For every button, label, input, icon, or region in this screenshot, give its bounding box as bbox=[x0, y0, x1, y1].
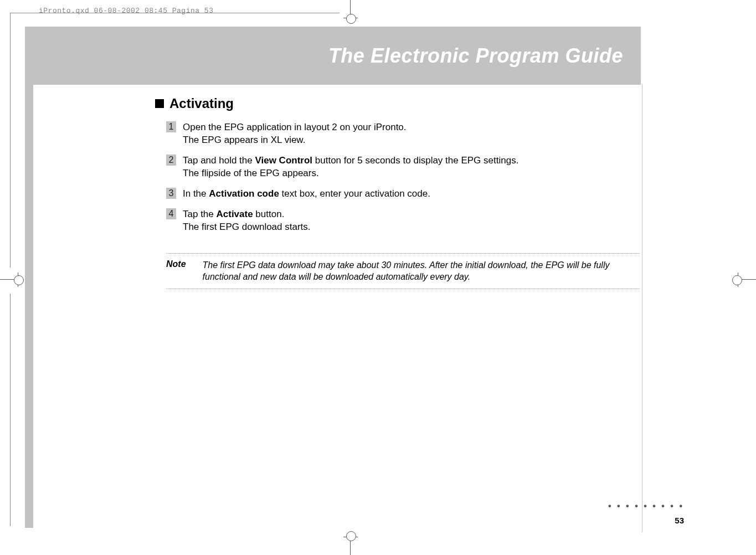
step-number: 1 bbox=[166, 121, 176, 132]
page-frame: The Electronic Program Guide Activating … bbox=[25, 27, 640, 528]
page-number-block: • • • • • • • • • 53 bbox=[608, 501, 684, 525]
step-4: 4 Tap the Activate button. The first EPG… bbox=[166, 208, 640, 234]
chapter-title-banner: The Electronic Program Guide bbox=[25, 27, 641, 85]
right-vertical-divider bbox=[642, 84, 642, 532]
page-dots-icon: • • • • • • • • • bbox=[608, 501, 684, 511]
note-label: Note bbox=[166, 259, 186, 283]
section-heading-row: Activating bbox=[155, 96, 640, 111]
page-number: 53 bbox=[608, 516, 684, 525]
step-text-suffix: button. bbox=[253, 209, 285, 219]
step-text-prefix: In the bbox=[183, 188, 209, 199]
crop-mark-left bbox=[0, 273, 21, 287]
print-jobline: iPronto.qxd 06-08-2002 08:45 Pagina 53 bbox=[39, 7, 213, 15]
step-result: The first EPG download starts. bbox=[183, 221, 311, 234]
step-number: 4 bbox=[166, 208, 176, 219]
step-result: The EPG appears in XL view. bbox=[183, 134, 407, 147]
step-1: 1 Open the EPG application in layout 2 o… bbox=[166, 121, 640, 147]
trim-line-left-lower bbox=[10, 294, 11, 526]
grey-sidebar bbox=[25, 27, 33, 528]
trim-line-left-upper bbox=[10, 13, 11, 268]
step-result: The flipside of the EPG appears. bbox=[183, 167, 518, 180]
step-body: Tap and hold the View Control button for… bbox=[183, 155, 518, 180]
crop-mark-top bbox=[343, 0, 358, 21]
crop-mark-right bbox=[735, 273, 756, 287]
step-text-prefix: Tap the bbox=[183, 209, 217, 219]
step-3: 3 In the Activation code text box, enter… bbox=[166, 188, 640, 201]
step-text-prefix: Tap and hold the bbox=[183, 155, 255, 166]
step-text-suffix: text box, enter your activation code. bbox=[279, 188, 430, 199]
step-number: 3 bbox=[166, 188, 176, 199]
trim-line-top bbox=[10, 13, 340, 13]
section-heading: Activating bbox=[169, 96, 234, 111]
step-bold-term: Activation code bbox=[209, 188, 279, 199]
step-text-suffix: button for 5 seconds to display the EPG … bbox=[312, 155, 518, 166]
step-number: 2 bbox=[166, 155, 176, 166]
step-body: Open the EPG application in layout 2 on … bbox=[183, 121, 407, 147]
note-text: The first EPG data download may take abo… bbox=[203, 259, 640, 283]
step-text: Open the EPG application in layout 2 on … bbox=[183, 122, 407, 132]
step-bold-term: View Control bbox=[255, 155, 312, 166]
note-block: Note The first EPG data download may tak… bbox=[166, 253, 640, 289]
step-body: In the Activation code text box, enter y… bbox=[183, 188, 430, 201]
page-content: Activating 1 Open the EPG application in… bbox=[166, 96, 640, 289]
step-bold-term: Activate bbox=[217, 209, 253, 219]
crop-mark-bottom bbox=[343, 534, 358, 555]
step-2: 2 Tap and hold the View Control button f… bbox=[166, 155, 640, 180]
chapter-title: The Electronic Program Guide bbox=[328, 44, 623, 68]
step-body: Tap the Activate button. The first EPG d… bbox=[183, 208, 311, 234]
section-bullet-icon bbox=[155, 99, 164, 108]
